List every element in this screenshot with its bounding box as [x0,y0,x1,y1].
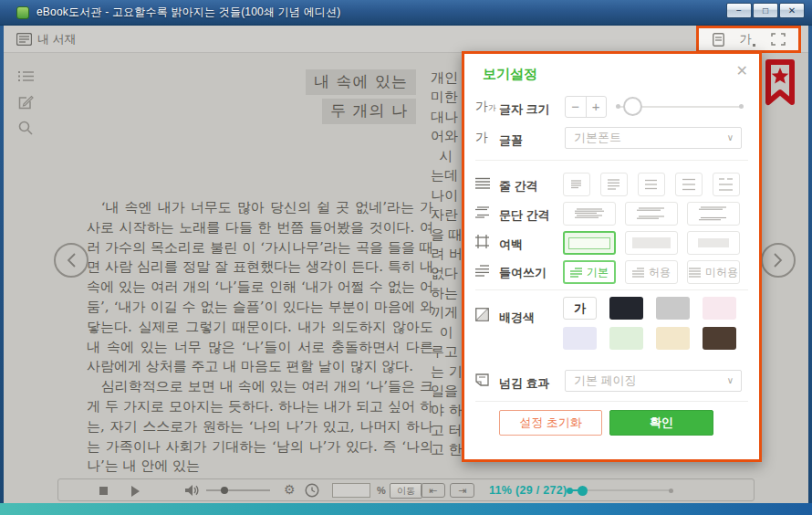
background-color-swatch[interactable] [703,297,736,320]
chapter-title: 내 속에 있는 두 개의 나 [91,69,416,128]
right-column-text-line: 개인 [431,69,462,89]
background-color-icon [475,308,489,325]
book-paragraph: 심리학적으로 보면 내 속에 있는 여러 개의 ‘나’들은 크게 두 가지로 모… [87,377,433,477]
margin-option-small-selected[interactable] [563,231,616,255]
volume-slider[interactable] [206,489,270,491]
jump-to-end-button[interactable]: ⇥ [450,483,474,498]
page-effect-value: 기본 페이징 [574,373,637,387]
margin-option-large[interactable] [687,231,740,255]
right-column-text-line: 는 기 [431,363,462,383]
jump-to-start-button[interactable]: ⇤ [421,483,445,498]
indent-option-allow[interactable]: 허용 [625,260,678,284]
font-size-slider-knob[interactable] [623,97,642,116]
maximize-button[interactable]: □ [753,3,778,18]
margin-preview [632,237,671,248]
note-icon[interactable] [18,95,34,113]
panel-close-icon[interactable]: ✕ [736,62,748,79]
paragraph-spacing-option-1[interactable] [563,202,616,226]
font-size-slider[interactable] [618,106,742,108]
line-spacing-option-2[interactable] [600,173,628,196]
right-column-text-line: 나이 [431,187,462,206]
paragraph-spacing-label: 문단 간격 [499,207,550,224]
right-column-text-line: 려 버 [431,246,462,265]
fullscreen-icon[interactable] [771,33,786,46]
contents-icon[interactable] [713,33,724,47]
close-button[interactable]: ✕ [779,3,805,18]
window-title: eBook도서관 - 고요할수록 밝아지는 것들(100쇄 기념 에디션) [36,5,340,20]
right-column-text-line: 고 한 [431,441,462,460]
page-effect-dropdown[interactable]: 기본 페이징 ∨ [565,370,742,392]
background-color-swatch[interactable] [656,327,690,350]
page-percent-input[interactable] [332,483,370,498]
font-size-label: 글자 크기 [499,101,550,118]
percent-sign: % [377,485,386,496]
indent-option-label: 미허용 [705,265,738,280]
background-color-swatch[interactable]: 가 [563,297,597,320]
line-spacing-option-5[interactable] [713,173,740,196]
clock-icon[interactable] [305,483,319,498]
next-page-button[interactable] [761,243,796,278]
volume-slider-handle[interactable] [221,487,228,494]
app-window: eBook도서관 - 고요할수록 밝아지는 것들(100쇄 기념 에디션) − … [0,0,812,515]
right-column-text-line: 미한 [431,89,462,108]
chevron-right-icon [773,252,784,268]
background-color-swatch[interactable] [609,297,643,320]
font-family-label: 글꼴 [499,132,523,149]
indent-default-icon [570,268,582,278]
margin-preview [568,237,610,249]
search-icon[interactable] [18,121,33,139]
progress-handle[interactable] [578,486,588,496]
confirm-button[interactable]: 확인 [609,410,713,436]
goto-page-button[interactable]: 이동 [390,483,422,499]
settings-gear-icon[interactable]: ⚙ [284,482,296,497]
view-settings-icon[interactable]: 가 [740,31,755,47]
bottom-toolbar: ⚙ % 이동 ⇤ ⇥ 11% (29 / 272) [57,478,755,501]
background-color-swatch[interactable] [563,327,597,350]
font-family-dropdown[interactable]: 기본폰트 ∨ [565,127,742,149]
background-color-swatch[interactable] [656,297,690,320]
paragraph-spacing-icon [475,206,489,223]
line-spacing-option-4[interactable] [675,173,703,196]
indent-option-label: 기본 [587,265,609,280]
right-column-text-line: 시 [431,148,462,167]
slider-end-dot [616,104,620,109]
book-paragraph: ‘내 속엔 내가 너무도 많아 당신의 쉴 곳 없네’라는 가사로 시작하는 노… [87,198,433,377]
margin-option-medium[interactable] [625,231,678,255]
font-size-decrease-button[interactable]: − [566,97,587,117]
margin-label: 여백 [499,236,523,253]
paragraph-spacing-option-3[interactable] [687,202,740,226]
toc-icon[interactable] [18,69,35,86]
line-spacing-option-3[interactable] [638,173,665,196]
indent-option-disallow[interactable]: 미허용 [687,260,740,284]
right-column-text-line: 없다 [431,265,462,284]
divider [475,289,748,290]
indent-allow-icon [632,268,644,278]
tts-stop-icon[interactable] [99,487,108,495]
my-library-button[interactable]: 내 서재 [16,26,77,53]
minimize-button[interactable]: − [726,3,752,18]
divider [475,401,748,402]
book-text-column-right: 개인미한대나어와 시는데나이자란을 때려 버없다하는끼게 이루고는 기일을야 하… [431,69,462,464]
indent-label: 들여쓰기 [499,265,547,281]
divider [475,160,748,161]
reset-settings-button[interactable]: 설정 초기화 [499,410,602,436]
previous-page-button[interactable] [54,243,88,278]
reading-progress-text: 11% (29 / 272) [489,484,567,497]
progress-end-dot [669,489,673,493]
chapter-title-line: 내 속에 있는 [306,69,416,95]
volume-icon[interactable] [184,484,199,497]
bookmark-ribbon-icon[interactable] [763,58,797,115]
chevron-down-icon: ∨ [727,128,734,148]
font-size-increase-button[interactable]: + [587,97,607,117]
background-color-swatch[interactable] [703,327,736,350]
paragraph-spacing-option-2[interactable] [625,202,678,226]
font-size-stepper: − + [565,96,607,118]
line-spacing-option-1[interactable] [563,173,590,196]
background-color-swatches: 가 [563,297,736,350]
reading-progress-slider[interactable] [567,489,672,491]
background-color-swatch[interactable] [609,327,643,350]
top-toolbar: 내 서재 가 [4,26,808,53]
tts-play-icon[interactable] [131,486,140,497]
indent-option-default-selected[interactable]: 기본 [563,260,616,284]
progress-start-dot [567,488,573,494]
